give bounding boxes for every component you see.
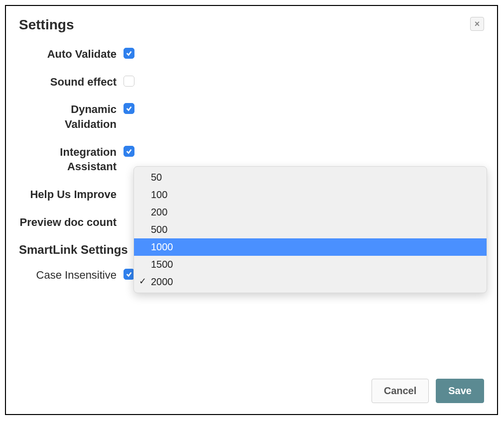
checkbox-sound-effect[interactable] [124,76,134,87]
dropdown-option[interactable]: 500 [134,221,487,238]
label-case-insensitive: Case Insensitive [19,268,124,283]
label-dynamic-validation: Dynamic Validation [19,102,124,131]
cancel-button[interactable]: Cancel [372,379,429,403]
check-icon [126,148,132,155]
checkbox-dynamic-validation[interactable] [124,103,134,114]
dropdown-option-label: 1000 [151,241,173,252]
row-sound-effect: Sound effect [19,75,484,90]
control-dynamic-validation [124,102,134,114]
dropdown-option-label: 1500 [151,259,173,270]
dropdown-option[interactable]: 200 [134,204,487,221]
control-integration-assistant [124,145,134,157]
check-icon [126,105,132,112]
dropdown-option-label: 500 [151,224,167,235]
check-icon [126,50,132,57]
settings-modal: Settings × Auto Validate Sound effect Dy… [5,5,498,415]
dropdown-option-label: 100 [151,189,167,200]
row-auto-validate: Auto Validate [19,47,484,62]
control-sound-effect [124,75,134,89]
modal-title: Settings [19,17,74,33]
dropdown-option[interactable]: 1000 [134,238,487,256]
preview-doc-count-dropdown[interactable]: 5010020050010001500✓2000 [133,166,487,293]
settings-body: Auto Validate Sound effect Dynamic Valid… [19,47,484,282]
control-case-insensitive [124,268,134,280]
close-icon: × [475,19,480,29]
label-help-us-improve: Help Us Improve [19,187,124,202]
close-button[interactable]: × [470,17,484,31]
dropdown-option[interactable]: 1500 [134,256,487,273]
row-dynamic-validation: Dynamic Validation [19,102,484,131]
checkbox-case-insensitive[interactable] [124,269,134,280]
dropdown-option-label: 200 [151,207,167,217]
control-auto-validate [124,47,134,59]
check-icon: ✓ [139,275,146,287]
checkbox-auto-validate[interactable] [124,48,134,59]
dropdown-option-label: 2000 [151,276,173,287]
save-button[interactable]: Save [436,379,484,403]
dropdown-option[interactable]: 100 [134,186,487,204]
modal-header: Settings × [19,17,484,33]
label-integration-assistant: Integration Assistant [19,145,124,174]
check-icon [126,271,132,278]
label-preview-doc-count: Preview doc count [19,215,124,230]
modal-footer: Cancel Save [372,379,484,403]
dropdown-option[interactable]: ✓2000 [134,273,487,291]
label-auto-validate: Auto Validate [19,47,124,62]
dropdown-option[interactable]: 50 [134,169,487,186]
dropdown-option-label: 50 [151,172,162,183]
label-sound-effect: Sound effect [19,75,124,90]
checkbox-integration-assistant[interactable] [124,146,134,157]
